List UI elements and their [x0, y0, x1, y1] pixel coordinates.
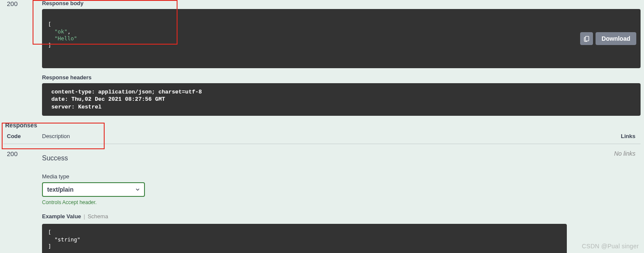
- response-headers-block: content-type: application/json; charset=…: [42, 83, 641, 116]
- response-links: No links: [606, 150, 641, 253]
- media-type-label: Media type: [42, 173, 606, 180]
- col-links: Links: [615, 133, 641, 139]
- status-code: 200: [3, 0, 42, 7]
- col-code: Code: [3, 133, 42, 139]
- responses-heading: Responses: [3, 116, 641, 133]
- responses-table-header: Code Description Links: [3, 133, 641, 144]
- clipboard-icon: [583, 35, 590, 42]
- tab-example-value[interactable]: Example Value: [42, 213, 81, 220]
- copy-button[interactable]: [580, 32, 593, 45]
- media-type-select[interactable]: text/plain: [42, 182, 145, 197]
- response-body-label: Response body: [42, 0, 641, 6]
- tab-schema[interactable]: Schema: [87, 213, 108, 220]
- example-value-block: [ "string" ]: [42, 224, 567, 253]
- download-button[interactable]: Download: [596, 32, 636, 45]
- accept-header-hint: Controls Accept header.: [42, 199, 606, 205]
- svg-rect-0: [585, 36, 589, 41]
- response-code: 200: [3, 150, 42, 253]
- tab-separator: |: [84, 213, 85, 220]
- response-description: Success: [42, 150, 606, 162]
- response-headers-label: Response headers: [42, 74, 641, 81]
- response-row: 200 Success Media type text/plain Contro…: [3, 144, 641, 253]
- col-description: Description: [42, 133, 615, 139]
- watermark: CSDN @Pual singer: [582, 243, 639, 250]
- response-body-block: [ "ok", "Hello" ] Download: [42, 9, 641, 68]
- model-tabs: Example Value|Schema: [42, 213, 606, 220]
